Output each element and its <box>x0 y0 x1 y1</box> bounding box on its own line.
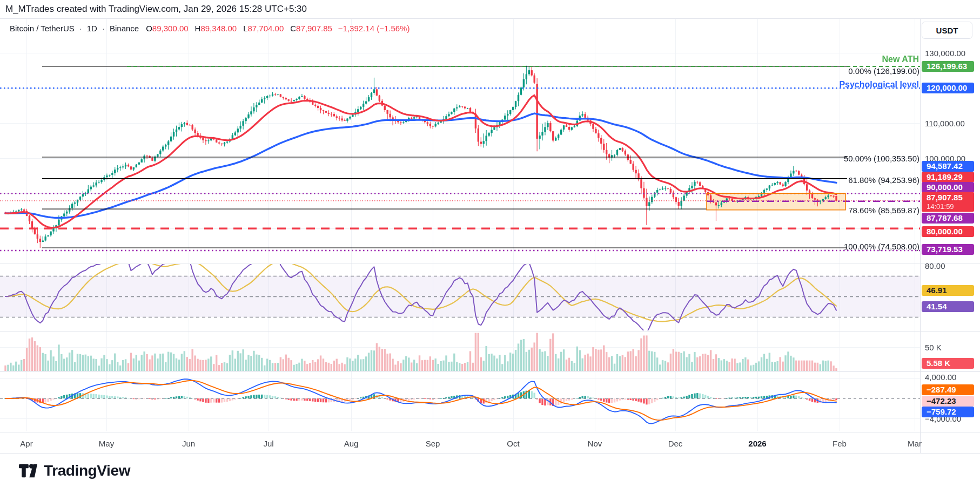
time-axis-label-Aug[interactable]: Aug <box>344 439 359 448</box>
price-tag-4: 90,000.00 <box>922 182 974 193</box>
indicator-tag-1: 41.54 <box>922 301 974 312</box>
symbol-name[interactable]: Bitcoin / TetherUS <box>10 24 75 33</box>
fib-level-label-1: 50.00% (100,353.50) <box>844 153 919 163</box>
indicator-tag-2: 5.58 K <box>922 358 974 369</box>
pane-axis-label-0: 80.00 <box>925 261 945 270</box>
separator-dot: · <box>79 24 82 33</box>
ohlc-item-H: H89,348.00 <box>195 24 237 33</box>
time-axis-label-Oct[interactable]: Oct <box>507 439 519 448</box>
price-chart-canvas[interactable] <box>0 0 980 494</box>
ohlc-item-C: C87,907.85 <box>290 24 332 33</box>
price-tag-7: 80,000.00 <box>922 226 974 237</box>
psychological-level-annotation: Psychological level <box>839 80 919 90</box>
price-tag-8: 73,719.53 <box>922 244 974 255</box>
fib-level-label-4: 100.00% (74,508.00) <box>844 241 919 251</box>
attribution-text: M_MTrades created with TradingView.com, … <box>5 4 307 15</box>
change-readout: −1,392.14 (−1.56%) <box>338 24 410 33</box>
time-axis-label-Jun[interactable]: Jun <box>182 439 195 448</box>
time-axis-label-Nov[interactable]: Nov <box>588 439 602 448</box>
fib-level-label-2: 61.80% (94,253.96) <box>848 175 919 184</box>
price-tag-6: 87,787.68 <box>922 213 974 224</box>
indicator-tag-4: −472.23 <box>922 396 974 407</box>
exchange-label: Binance <box>110 24 139 33</box>
time-axis-label-May[interactable]: May <box>99 439 114 448</box>
fib-level-label-3: 78.60% (85,569.87) <box>848 206 919 215</box>
time-axis-label-Feb[interactable]: Feb <box>833 439 847 448</box>
price-tag-1: 120,000.00 <box>922 83 974 93</box>
price-tag-2: 94,587.42 <box>922 161 974 172</box>
time-axis-label-Mar[interactable]: Mar <box>908 439 922 448</box>
price-tag-5: 87,907.8514:01:59 <box>922 192 974 212</box>
pane-axis-label-1: 50 K <box>925 343 942 352</box>
tradingview-logo-icon <box>18 462 38 480</box>
new-ath-annotation: New ATH <box>882 55 919 64</box>
ohlc-item-O: O89,300.00 <box>146 24 188 33</box>
price-tag-3: 91,189.29 <box>922 172 974 182</box>
pane-axis-label-2: 4,000.00 <box>925 373 956 382</box>
tradingview-logo-text: TradingView <box>44 462 130 479</box>
time-axis-label-Dec[interactable]: Dec <box>668 439 683 448</box>
time-axis-label-Sep[interactable]: Sep <box>426 439 440 448</box>
tradingview-logo[interactable]: TradingView <box>18 462 130 480</box>
fib-level-label-0: 0.00% (126,199.00) <box>848 66 919 76</box>
price-axis-label-0: 130,000.00 <box>925 49 965 58</box>
time-axis-label-2026[interactable]: 2026 <box>748 439 766 448</box>
indicator-tag-0: 46.91 <box>922 285 974 296</box>
time-axis-label-Apr[interactable]: Apr <box>20 439 32 448</box>
ohlc-item-L: L87,704.00 <box>243 24 284 33</box>
tradingview-chart-window: M_MTrades created with TradingView.com, … <box>0 0 980 494</box>
currency-toggle-button[interactable]: USDT <box>922 22 972 39</box>
ohlc-readout: O89,300.00H89,348.00L87,704.00C87,907.85 <box>146 24 332 33</box>
price-axis-label-1: 110,000.00 <box>925 119 965 128</box>
price-tag-0: 126,199.63 <box>922 61 974 72</box>
symbol-header: Bitcoin / TetherUS · 1D · Binance O89,30… <box>10 24 410 33</box>
interval-label[interactable]: 1D <box>87 24 97 33</box>
time-axis-label-Jul[interactable]: Jul <box>263 439 273 448</box>
separator-dot: · <box>102 24 105 33</box>
indicator-tag-5: −759.72 <box>922 407 974 417</box>
indicator-tag-3: −287.49 <box>922 384 974 395</box>
